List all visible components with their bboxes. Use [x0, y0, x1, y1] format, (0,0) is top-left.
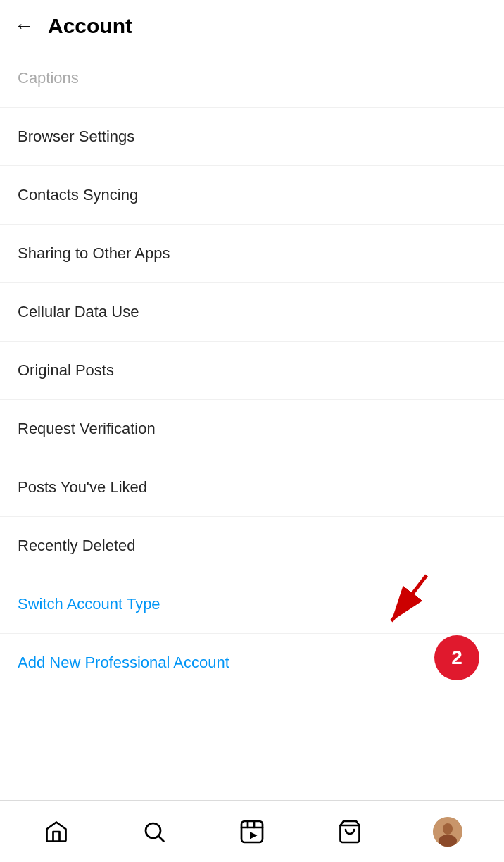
reels-icon	[239, 819, 265, 844]
menu-item-label: Sharing to Other Apps	[18, 244, 170, 262]
header: ← Account	[0, 0, 504, 49]
menu-item-label: Captions	[18, 69, 79, 87]
back-button[interactable]: ←	[14, 16, 34, 36]
nav-home[interactable]	[35, 811, 77, 853]
search-icon	[141, 819, 167, 844]
menu-item-sharing-to-other-apps[interactable]: Sharing to Other Apps	[0, 225, 504, 283]
menu-item-captions[interactable]: Captions	[0, 49, 504, 108]
svg-line-1	[391, 575, 427, 621]
menu-item-label: Add New Professional Account	[18, 654, 229, 671]
menu-item-label: Switch Account Type	[18, 595, 160, 613]
menu-item-recently-deleted[interactable]: Recently Deleted	[0, 517, 504, 575]
settings-menu: Captions Browser Settings Contacts Synci…	[0, 49, 504, 692]
menu-item-add-new-professional-account[interactable]: Add New Professional Account	[0, 634, 504, 692]
profile-avatar	[433, 817, 462, 847]
svg-point-11	[443, 823, 453, 835]
bottom-navigation	[0, 800, 504, 862]
svg-line-3	[159, 836, 164, 841]
menu-item-switch-account-type[interactable]: Switch Account Type 2	[0, 575, 504, 634]
menu-item-request-verification[interactable]: Request Verification	[0, 400, 504, 458]
page-title: Account	[48, 14, 132, 38]
menu-item-contacts-syncing[interactable]: Contacts Syncing	[0, 166, 504, 225]
menu-item-label: Posts You've Liked	[18, 478, 147, 496]
menu-item-label: Browser Settings	[18, 127, 134, 145]
menu-item-label: Recently Deleted	[18, 537, 136, 554]
menu-item-label: Request Verification	[18, 420, 156, 437]
nav-shop[interactable]	[329, 811, 371, 853]
shop-icon	[337, 819, 363, 844]
menu-item-original-posts[interactable]: Original Posts	[0, 342, 504, 400]
nav-search[interactable]	[133, 811, 175, 853]
menu-item-browser-settings[interactable]: Browser Settings	[0, 108, 504, 166]
svg-rect-4	[241, 821, 263, 842]
menu-item-label: Contacts Syncing	[18, 186, 138, 204]
svg-marker-8	[250, 832, 258, 839]
nav-profile[interactable]	[427, 811, 469, 853]
avatar-image	[433, 817, 462, 847]
menu-item-label: Cellular Data Use	[18, 303, 139, 320]
menu-item-label: Original Posts	[18, 361, 114, 379]
menu-item-cellular-data-use[interactable]: Cellular Data Use	[0, 283, 504, 342]
home-icon	[44, 819, 69, 844]
nav-reels[interactable]	[231, 811, 273, 853]
menu-item-posts-you-liked[interactable]: Posts You've Liked	[0, 458, 504, 517]
